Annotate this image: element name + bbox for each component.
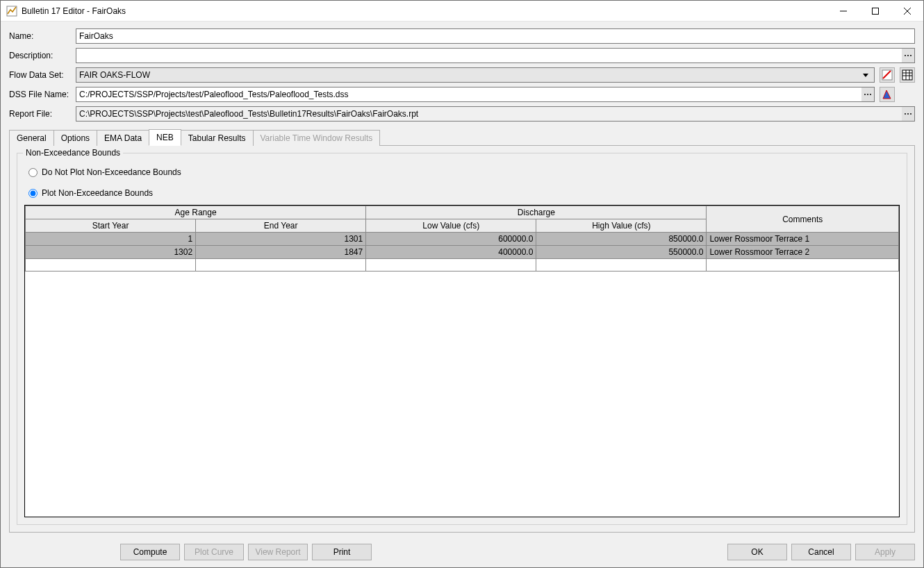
description-expand-button[interactable] xyxy=(902,49,914,62)
svg-point-7 xyxy=(910,55,911,56)
cell-high-value[interactable] xyxy=(536,259,707,272)
cell-low-value[interactable]: 600000.0 xyxy=(366,233,536,246)
svg-point-5 xyxy=(905,55,906,56)
tab-options[interactable]: Options xyxy=(53,130,97,146)
table-row[interactable]: 1 1301 600000.0 850000.0 Lower Rossmoor … xyxy=(26,233,899,246)
svg-point-15 xyxy=(867,94,868,95)
col-comments: Comments xyxy=(707,206,899,233)
maximize-button[interactable] xyxy=(859,1,891,22)
cancel-button[interactable]: Cancel xyxy=(791,544,851,560)
report-file-label: Report File: xyxy=(9,109,73,119)
tab-strip: General Options EMA Data NEB Tabular Res… xyxy=(1,128,923,145)
dss-file-browse-button[interactable] xyxy=(861,87,874,101)
cell-start-year[interactable] xyxy=(26,259,196,272)
svg-point-6 xyxy=(907,55,909,56)
window-title: Bulletin 17 Editor - FairOaks xyxy=(22,6,827,16)
tab-tabular-results[interactable]: Tabular Results xyxy=(181,130,254,146)
cell-end-year[interactable] xyxy=(196,259,366,272)
col-high-value: High Value (cfs) xyxy=(536,219,707,233)
flow-data-set-label: Flow Data Set: xyxy=(9,70,73,80)
report-file-input[interactable] xyxy=(76,106,915,122)
radio-do-not-plot-input[interactable] xyxy=(28,168,38,177)
cell-low-value[interactable]: 400000.0 xyxy=(366,246,536,259)
distribution-icon-button[interactable] xyxy=(880,87,895,102)
radio-plot[interactable]: Plot Non-Exceedance Bounds xyxy=(28,188,900,198)
compute-button[interactable]: Compute xyxy=(120,544,180,560)
name-label: Name: xyxy=(9,31,73,41)
app-icon xyxy=(6,6,17,17)
titlebar: Bulletin 17 Editor - FairOaks xyxy=(1,1,923,22)
cell-low-value[interactable] xyxy=(366,259,536,272)
tab-panel-neb: Non-Exceedance Bounds Do Not Plot Non-Ex… xyxy=(9,145,915,533)
tab-variable-time-window: Variable Time Window Results xyxy=(253,130,381,146)
group-title: Non-Exceedance Bounds xyxy=(23,148,123,158)
button-bar: Compute Plot Curve View Report Print OK … xyxy=(1,538,923,567)
svg-point-14 xyxy=(864,94,866,95)
col-start-year: Start Year xyxy=(26,219,196,233)
cell-start-year[interactable]: 1302 xyxy=(26,246,196,259)
minimize-button[interactable] xyxy=(827,1,859,22)
tab-ema-data[interactable]: EMA Data xyxy=(97,130,149,146)
neb-table[interactable]: Age Range Discharge Comments Start Year … xyxy=(25,206,899,272)
flow-data-set-value: FAIR OAKS-FLOW xyxy=(79,70,150,80)
svg-point-16 xyxy=(870,94,871,95)
report-file-browse-button[interactable] xyxy=(902,107,914,121)
table-icon-button[interactable] xyxy=(900,67,915,83)
radio-plot-label: Plot Non-Exceedance Bounds xyxy=(42,188,153,198)
neb-table-wrap: Age Range Discharge Comments Start Year … xyxy=(24,205,900,517)
flow-data-set-select[interactable]: FAIR OAKS-FLOW xyxy=(76,67,875,83)
apply-button: Apply xyxy=(855,544,915,560)
cell-comment[interactable]: Lower Rossmoor Terrace 2 xyxy=(707,246,899,259)
radio-plot-input[interactable] xyxy=(28,189,38,198)
tab-neb[interactable]: NEB xyxy=(149,129,181,146)
cell-comment[interactable]: Lower Rossmoor Terrace 1 xyxy=(707,233,899,246)
cell-high-value[interactable]: 550000.0 xyxy=(536,246,707,259)
dss-file-input[interactable] xyxy=(76,87,875,102)
cell-end-year[interactable]: 1847 xyxy=(196,246,366,259)
svg-point-17 xyxy=(905,113,906,115)
svg-rect-2 xyxy=(873,8,879,14)
print-button[interactable]: Print xyxy=(312,544,372,560)
non-exceedance-bounds-group: Non-Exceedance Bounds Do Not Plot Non-Ex… xyxy=(17,153,907,525)
svg-point-19 xyxy=(910,113,911,115)
col-age-range: Age Range xyxy=(26,206,366,219)
description-label: Description: xyxy=(9,51,73,60)
col-discharge: Discharge xyxy=(366,206,707,219)
radio-do-not-plot[interactable]: Do Not Plot Non-Exceedance Bounds xyxy=(28,167,900,177)
view-report-button: View Report xyxy=(248,544,308,560)
cell-end-year[interactable]: 1301 xyxy=(196,233,366,246)
radio-do-not-plot-label: Do Not Plot Non-Exceedance Bounds xyxy=(42,167,181,177)
plot-curve-button: Plot Curve xyxy=(184,544,244,560)
dss-file-label: DSS File Name: xyxy=(9,90,73,99)
col-low-value: Low Value (cfs) xyxy=(366,219,536,233)
ok-button[interactable]: OK xyxy=(727,544,787,560)
tab-general[interactable]: General xyxy=(9,130,54,146)
name-input[interactable] xyxy=(76,28,915,44)
description-input[interactable] xyxy=(76,48,915,63)
table-row[interactable]: 1302 1847 400000.0 550000.0 Lower Rossmo… xyxy=(26,246,899,259)
svg-rect-9 xyxy=(902,70,912,80)
cell-high-value[interactable]: 850000.0 xyxy=(536,233,707,246)
close-button[interactable] xyxy=(891,1,923,22)
plot-icon-button[interactable] xyxy=(880,67,895,83)
svg-point-18 xyxy=(907,113,909,115)
cell-comment[interactable] xyxy=(707,259,899,272)
table-row-empty[interactable] xyxy=(26,259,899,272)
chevron-down-icon xyxy=(860,70,871,80)
cell-start-year[interactable]: 1 xyxy=(26,233,196,246)
col-end-year: End Year xyxy=(196,219,366,233)
